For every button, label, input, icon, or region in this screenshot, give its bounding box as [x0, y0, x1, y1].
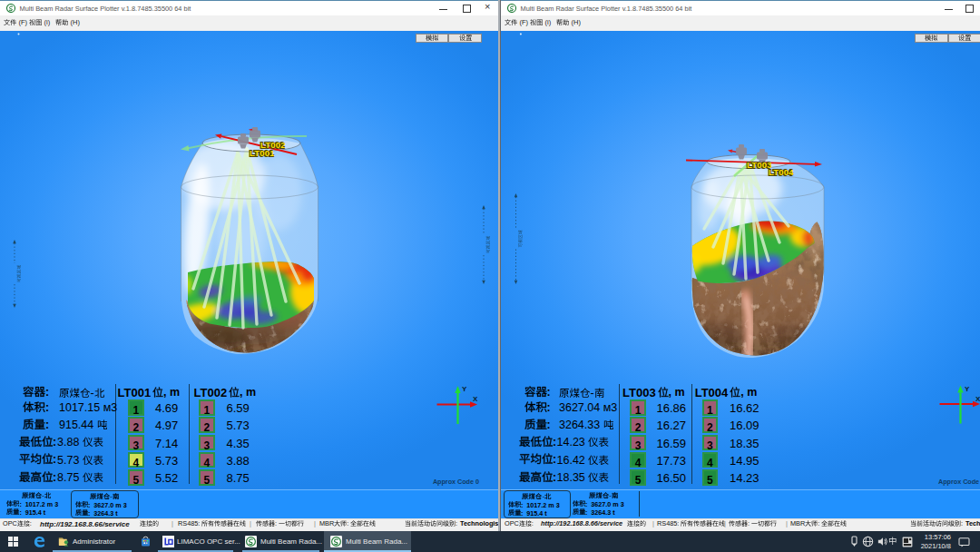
svg-text:LT001: LT001 [250, 148, 275, 158]
svg-text:Y: Y [462, 385, 467, 393]
svg-text:X: X [975, 395, 980, 403]
svg-text:X: X [473, 395, 478, 403]
svg-text:Y: Y [965, 385, 970, 393]
svg-text:LT004: LT004 [769, 167, 794, 177]
